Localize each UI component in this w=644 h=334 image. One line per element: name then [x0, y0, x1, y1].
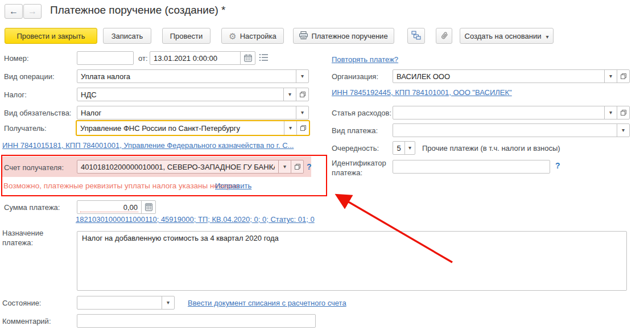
- nav-forward-button[interactable]: →: [23, 4, 42, 19]
- document-list-icon[interactable]: [259, 53, 269, 63]
- amount-field-group: [77, 200, 156, 214]
- dropdown-icon[interactable]: [296, 70, 308, 83]
- dropdown-icon[interactable]: [604, 106, 617, 119]
- create-based-on-label: Создать на основании: [465, 32, 542, 40]
- comment-field-group: [77, 314, 316, 328]
- payee-field-group: [76, 120, 310, 136]
- page-title: Платежное поручение (создание) *: [50, 4, 226, 17]
- operation-type-input[interactable]: [77, 70, 296, 83]
- write-label: Записать: [112, 32, 143, 40]
- payment-id-label: Идентификатор платежа:: [332, 159, 393, 178]
- attachments-button[interactable]: [436, 28, 452, 44]
- obligation-type-field-group: [77, 106, 309, 119]
- open-icon[interactable]: [296, 88, 308, 101]
- number-input[interactable]: [77, 52, 133, 64]
- payee-account-field-group: [77, 160, 304, 174]
- operation-type-field-group: [77, 69, 309, 83]
- state-input[interactable]: [77, 296, 162, 309]
- state-field-group: [77, 296, 175, 310]
- dropdown-icon[interactable]: [296, 106, 308, 119]
- payment-id-input[interactable]: [393, 160, 550, 173]
- comment-input[interactable]: [77, 315, 315, 327]
- date-from-label: от:: [138, 54, 148, 63]
- organization-field-group: [393, 69, 630, 83]
- payment-type-field-group: [393, 123, 630, 137]
- payee-label: Получатель:: [4, 124, 47, 133]
- printer-icon: [299, 31, 308, 41]
- expense-item-field-group: [393, 106, 630, 119]
- post-and-close-label: Провести и закрыть: [16, 32, 85, 40]
- nav-back-button[interactable]: ←: [5, 4, 23, 19]
- calculator-icon[interactable]: [141, 201, 155, 213]
- priority-field-group: [393, 141, 415, 155]
- priority-description: Прочие платежи (в т.ч. налоги и взносы): [422, 144, 560, 152]
- dropdown-icon[interactable]: [617, 124, 629, 137]
- dropdown-icon[interactable]: [278, 160, 291, 173]
- expense-item-label: Статья расходов:: [332, 109, 391, 117]
- back-arrow-icon: ←: [9, 6, 18, 17]
- enter-debit-document-link[interactable]: Ввести документ списания с расчетного сч…: [188, 299, 346, 307]
- post-and-close-button[interactable]: Провести и закрыть: [5, 28, 97, 44]
- number-field-group: [77, 51, 134, 65]
- payment-type-input[interactable]: [393, 124, 617, 137]
- kbk-details-link[interactable]: 18210301000011000110; 45919000; ТП; КВ.0…: [76, 215, 315, 224]
- create-based-on-button[interactable]: Создать на основании: [460, 28, 554, 44]
- dropdown-icon[interactable]: [284, 121, 296, 135]
- payee-account-input[interactable]: [77, 160, 278, 173]
- related-documents-button[interactable]: [407, 28, 425, 44]
- tax-label: Налог:: [4, 90, 27, 99]
- expense-item-input[interactable]: [393, 106, 604, 119]
- state-label: Состояние:: [2, 299, 41, 307]
- operation-type-label: Вид операции:: [4, 72, 55, 81]
- account-help-icon[interactable]: ?: [307, 162, 312, 171]
- forward-arrow-icon: →: [28, 6, 37, 17]
- repeat-payment-link[interactable]: Повторять платеж?: [332, 55, 398, 64]
- obligation-type-input[interactable]: [77, 106, 296, 119]
- obligation-type-label: Вид обязательства:: [4, 109, 72, 117]
- purpose-textarea[interactable]: Налог на добавленную стоимость за 4 квар…: [77, 231, 627, 291]
- chevron-down-icon: [546, 32, 548, 40]
- settings-label: Настройка: [240, 32, 276, 40]
- print-payment-order-button[interactable]: Платежное поручение: [293, 28, 394, 44]
- priority-label: Очередность:: [332, 144, 379, 152]
- related-documents-icon: [411, 31, 421, 42]
- dropdown-icon[interactable]: [604, 70, 617, 83]
- dropdown-icon[interactable]: [283, 88, 296, 101]
- open-icon[interactable]: [291, 160, 303, 173]
- tax-field-group: [77, 88, 309, 101]
- open-icon[interactable]: [617, 106, 629, 119]
- dropdown-icon[interactable]: [162, 296, 174, 309]
- post-button[interactable]: Провести: [162, 28, 210, 44]
- purpose-label: Назначение платежа:: [2, 229, 55, 248]
- payment-id-field-group: [393, 160, 550, 174]
- open-icon[interactable]: [296, 121, 309, 135]
- payee-details-link[interactable]: ИНН 7841015181, КПП 784001001, Управлени…: [2, 141, 294, 150]
- post-label: Провести: [170, 32, 203, 40]
- number-label: Номер:: [4, 54, 29, 63]
- organization-label: Организация:: [332, 72, 378, 81]
- priority-input[interactable]: [393, 142, 404, 154]
- payment-type-label: Вид платежа:: [332, 126, 378, 135]
- comment-label: Комментарий:: [2, 317, 51, 325]
- fix-link[interactable]: Исправить: [215, 182, 251, 190]
- dropdown-icon[interactable]: [404, 142, 415, 154]
- settings-button[interactable]: ⚙ Настройка: [221, 28, 284, 44]
- date-input[interactable]: [150, 52, 240, 64]
- open-icon[interactable]: [617, 70, 629, 83]
- payment-id-help-icon[interactable]: ?: [555, 161, 560, 170]
- organization-input[interactable]: [393, 70, 604, 83]
- date-field-group: [150, 51, 255, 65]
- payee-input[interactable]: [77, 121, 284, 135]
- account-warning-text: Возможно, платежные реквизиты уплаты нал…: [3, 182, 240, 190]
- payee-account-label: Счет получателя:: [4, 163, 64, 172]
- paperclip-icon: [438, 30, 450, 42]
- gear-icon: ⚙: [229, 32, 236, 40]
- tax-input[interactable]: [77, 88, 283, 101]
- write-button[interactable]: Записать: [103, 28, 151, 44]
- amount-input[interactable]: [77, 201, 141, 213]
- print-payment-order-label: Платежное поручение: [311, 32, 387, 40]
- calendar-icon[interactable]: [240, 52, 255, 64]
- organization-details-link[interactable]: ИНН 7845192445, КПП 784101001, ООО "ВАСИ…: [332, 88, 512, 97]
- amount-label: Сумма платежа:: [4, 203, 60, 212]
